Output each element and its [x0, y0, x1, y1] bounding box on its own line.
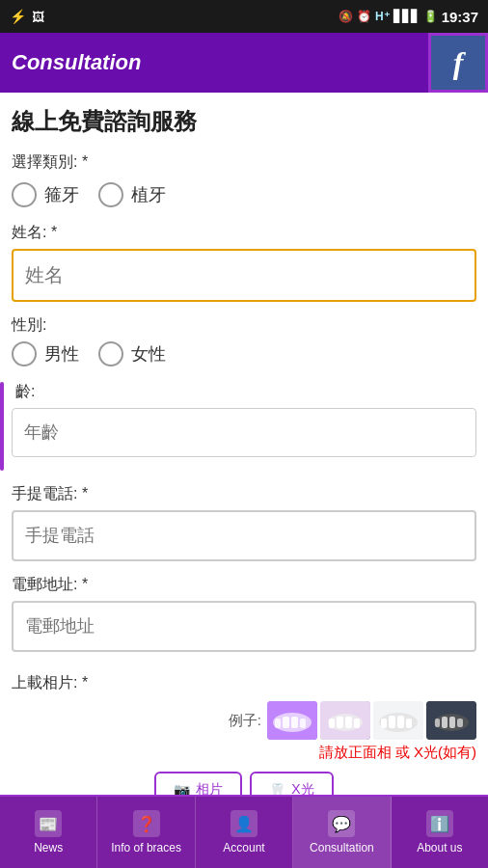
- svg-rect-23: [457, 719, 463, 727]
- page-title: 線上免費諮詢服務: [12, 106, 476, 137]
- bottom-nav: 📰 News ❓ Info of braces 👤 Account 💬 Cons…: [0, 795, 488, 868]
- upload-example: 例子:: [12, 701, 476, 740]
- category-label-2: 植牙: [131, 183, 166, 206]
- category-label-1: 箍牙: [44, 183, 79, 206]
- photo-thumb-2: [320, 701, 370, 740]
- main-content: 線上免費諮詢服務 選擇類別: * 箍牙 植牙 姓名: * 性別: 男性 女性 齡…: [0, 93, 488, 795]
- svg-rect-14: [381, 719, 387, 728]
- gender-option-female[interactable]: 女性: [98, 341, 166, 366]
- header: Consultation f: [0, 33, 488, 93]
- gender-label: 性別:: [12, 315, 476, 336]
- consultation-icon: 💬: [328, 810, 355, 837]
- app-title: Consultation: [12, 50, 141, 75]
- name-input[interactable]: [12, 249, 476, 302]
- nav-label-news: News: [34, 841, 63, 854]
- facebook-button[interactable]: f: [428, 33, 488, 93]
- svg-rect-22: [449, 717, 455, 728]
- gender-option-male[interactable]: 男性: [12, 341, 79, 366]
- nav-item-about[interactable]: ℹ️ About us: [392, 797, 488, 868]
- email-input[interactable]: [12, 601, 476, 652]
- name-label: 姓名: *: [12, 223, 476, 243]
- news-icon: 📰: [35, 810, 62, 837]
- radio-female[interactable]: [98, 341, 123, 366]
- gender-female-label: 女性: [131, 342, 166, 366]
- account-icon: 👤: [230, 810, 258, 837]
- battery-icon: 🔋: [423, 10, 438, 23]
- radio-circle-1[interactable]: [12, 182, 37, 207]
- radio-male[interactable]: [12, 341, 37, 366]
- about-icon: ℹ️: [426, 810, 453, 837]
- phone-label: 手提電話: *: [12, 484, 476, 504]
- category-option-1[interactable]: 箍牙: [12, 182, 79, 207]
- camera-icon: 📷: [174, 782, 190, 795]
- phone-input[interactable]: [12, 510, 476, 561]
- status-bar: ⚡ 🖼 🔕 ⏰ H⁺ ▋▋▋ 🔋 19:37: [0, 0, 488, 33]
- nav-item-consultation[interactable]: 💬 Consultation: [293, 797, 391, 868]
- upload-buttons: 📷 相片 🦷 X光: [12, 772, 476, 795]
- svg-rect-9: [337, 717, 343, 728]
- svg-rect-2: [275, 719, 281, 728]
- category-radio-group: 箍牙 植牙: [12, 182, 476, 207]
- category-label: 選擇類別: *: [12, 152, 476, 173]
- gender-male-label: 男性: [44, 342, 79, 366]
- facebook-icon: f: [453, 45, 464, 81]
- photo-thumb-3: [373, 701, 423, 740]
- nav-item-news[interactable]: 📰 News: [0, 797, 97, 868]
- upload-section: 上載相片: * 例子:: [12, 673, 476, 795]
- age-label: 齡:: [15, 382, 476, 402]
- photo-thumb-1: [267, 701, 317, 740]
- svg-rect-21: [442, 717, 447, 728]
- svg-rect-15: [389, 716, 395, 728]
- status-right: 🔕 ⏰ H⁺ ▋▋▋ 🔋 19:37: [339, 9, 478, 25]
- image-icon: 🖼: [32, 10, 44, 24]
- upload-xray-label: X光: [291, 781, 313, 795]
- svg-rect-8: [329, 719, 335, 728]
- photo-thumb-4: [426, 701, 476, 740]
- status-left-icons: ⚡ 🖼: [10, 9, 44, 24]
- upload-photo-label: 相片: [196, 781, 223, 795]
- alarm-icon: ⏰: [357, 10, 371, 23]
- svg-rect-4: [291, 717, 298, 728]
- photo-thumbnails: [267, 701, 476, 740]
- category-option-2[interactable]: 植牙: [98, 182, 166, 207]
- usb-icon: ⚡: [10, 9, 26, 24]
- nav-label-about: About us: [417, 841, 462, 854]
- mute-icon: 🔕: [339, 10, 353, 23]
- svg-rect-3: [283, 717, 289, 728]
- upload-xray-button[interactable]: 🦷 X光: [250, 772, 333, 795]
- age-side-indicator: [0, 382, 4, 471]
- nav-label-consultation: Consultation: [310, 841, 374, 854]
- signal-icon: ▋▋▋: [393, 10, 420, 23]
- upload-label: 上載相片: *: [12, 673, 476, 693]
- nav-label-info: Info of braces: [111, 841, 181, 854]
- xray-icon: 🦷: [269, 782, 285, 795]
- nav-label-account: Account: [223, 841, 264, 854]
- nav-item-info[interactable]: ❓ Info of braces: [97, 797, 195, 868]
- example-label: 例子:: [229, 712, 261, 730]
- svg-rect-10: [345, 717, 352, 728]
- upload-note: 請放正面相 或 X光(如有): [12, 744, 476, 762]
- age-input[interactable]: [12, 408, 476, 457]
- radio-circle-2[interactable]: [98, 182, 123, 207]
- svg-rect-16: [397, 716, 404, 728]
- network-icon: H⁺: [375, 10, 390, 23]
- svg-rect-11: [354, 719, 360, 728]
- nav-item-account[interactable]: 👤 Account: [196, 797, 293, 868]
- svg-rect-5: [300, 719, 306, 728]
- email-label: 電郵地址: *: [12, 575, 476, 595]
- gender-radio-group: 男性 女性: [12, 341, 476, 366]
- upload-photo-button[interactable]: 📷 相片: [154, 772, 242, 795]
- age-section: 齡:: [12, 382, 476, 471]
- svg-rect-20: [435, 719, 440, 727]
- svg-rect-17: [406, 719, 412, 728]
- info-icon: ❓: [133, 810, 160, 837]
- time-display: 19:37: [442, 9, 478, 25]
